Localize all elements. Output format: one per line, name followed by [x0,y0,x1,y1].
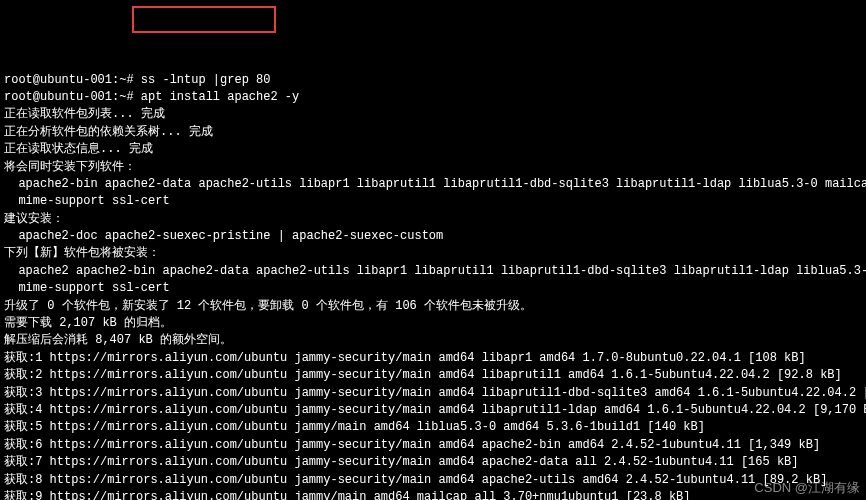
terminal-line: 正在读取状态信息... 完成 [4,141,862,158]
terminal-line: apache2-bin apache2-data apache2-utils l… [4,176,862,193]
watermark: CSDN @江湖有缘 [747,460,860,498]
terminal-line: 解压缩后会消耗 8,407 kB 的额外空间。 [4,332,862,349]
terminal-line: 获取:7 https://mirrors.aliyun.com/ubuntu j… [4,454,862,471]
terminal-line: apache2-doc apache2-suexec-pristine | ap… [4,228,862,245]
terminal-line: root@ubuntu-001:~# apt install apache2 -… [4,89,862,106]
command-highlight-box [132,6,276,33]
terminal-line: mime-support ssl-cert [4,280,862,297]
terminal-line: apache2 apache2-bin apache2-data apache2… [4,263,862,280]
terminal-line: 获取:3 https://mirrors.aliyun.com/ubuntu j… [4,385,862,402]
terminal-line: 获取:6 https://mirrors.aliyun.com/ubuntu j… [4,437,862,454]
terminal-line: 获取:2 https://mirrors.aliyun.com/ubuntu j… [4,367,862,384]
terminal-line: 正在分析软件包的依赖关系树... 完成 [4,124,862,141]
terminal-output[interactable]: root@ubuntu-001:~# ss -lntup |grep 80roo… [4,72,862,500]
terminal-line: 升级了 0 个软件包，新安装了 12 个软件包，要卸载 0 个软件包，有 106… [4,298,862,315]
terminal-line: 下列【新】软件包将被安装： [4,245,862,262]
terminal-line: 正在读取软件包列表... 完成 [4,106,862,123]
terminal-line: 获取:4 https://mirrors.aliyun.com/ubuntu j… [4,402,862,419]
terminal-line: 将会同时安装下列软件： [4,159,862,176]
terminal-line: 需要下载 2,107 kB 的归档。 [4,315,862,332]
terminal-line: mime-support ssl-cert [4,193,862,210]
terminal-line: 建议安装： [4,211,862,228]
terminal-line: 获取:1 https://mirrors.aliyun.com/ubuntu j… [4,350,862,367]
terminal-line: root@ubuntu-001:~# ss -lntup |grep 80 [4,72,862,89]
terminal-line: 获取:9 https://mirrors.aliyun.com/ubuntu j… [4,489,862,500]
terminal-line: 获取:5 https://mirrors.aliyun.com/ubuntu j… [4,419,862,436]
terminal-line: 获取:8 https://mirrors.aliyun.com/ubuntu j… [4,472,862,489]
